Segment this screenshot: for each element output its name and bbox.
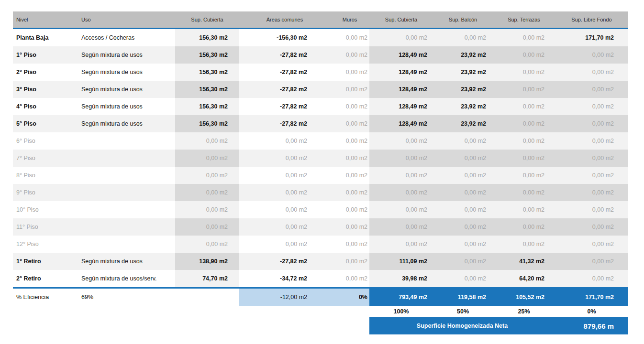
cell-nivel[interactable]: 7° Piso — [13, 150, 79, 167]
header-sup-balcon[interactable]: Sup. Balcón — [433, 11, 493, 28]
cell-sup-cubierta-2[interactable]: 128,49 m2 — [369, 98, 433, 115]
cell-sup-cubierta[interactable]: 138,90 m2 — [175, 253, 239, 270]
efficiency-value[interactable]: 69% — [79, 289, 175, 306]
cell-sup-balcon[interactable]: 0,00 m2 — [433, 201, 493, 218]
cell-muros[interactable]: 0,00 m2 — [330, 81, 369, 98]
cell-sup-terrazas[interactable]: 0,00 m2 — [493, 46, 555, 64]
cell-sup-balcon[interactable]: 0,00 m2 — [433, 167, 493, 184]
cell-muros[interactable]: 0,00 m2 — [330, 201, 369, 218]
cell-sup-balcon[interactable]: 23,92 m2 — [433, 64, 493, 81]
cell-sup-balcon[interactable]: 0,00 m2 — [433, 132, 493, 150]
cell-nivel[interactable]: 6° Piso — [13, 132, 79, 150]
cell-muros[interactable]: 0,00 m2 — [330, 236, 369, 253]
cell-areas-comunes[interactable]: 0,00 m2 — [239, 201, 330, 218]
cell-muros[interactable]: 0,00 m2 — [330, 29, 369, 46]
cell-nivel[interactable]: 8° Piso — [13, 167, 79, 184]
cell-sup-cubierta-2[interactable]: 128,49 m2 — [369, 81, 433, 98]
cell-sup-cubierta[interactable]: 0,00 m2 — [175, 132, 239, 150]
cell-sup-libre-fondo[interactable]: 0,00 m2 — [555, 98, 628, 115]
total-sup-balcon[interactable]: 119,58 m2 — [433, 289, 493, 306]
cell-sup-libre-fondo[interactable]: 0,00 m2 — [555, 81, 628, 98]
cell-nivel[interactable]: 1° Piso — [13, 46, 79, 64]
header-sup-cubierta-2[interactable]: Sup. Cubierta — [369, 11, 433, 28]
cell-sup-cubierta-2[interactable]: 128,49 m2 — [369, 46, 433, 64]
cell-muros[interactable]: 0,00 m2 — [330, 270, 369, 287]
cell-sup-terrazas[interactable]: 64,20 m2 — [493, 270, 555, 287]
cell-uso[interactable] — [79, 201, 175, 218]
weight-sup-cubierta[interactable]: 100% — [369, 306, 433, 317]
cell-uso[interactable]: Según mixtura de usos — [79, 64, 175, 81]
cell-uso[interactable] — [79, 218, 175, 236]
header-areas-comunes[interactable]: Áreas comunes — [239, 11, 330, 28]
cell-sup-balcon[interactable]: 23,92 m2 — [433, 115, 493, 132]
cell-muros[interactable]: 0,00 m2 — [330, 115, 369, 132]
cell-sup-cubierta-2[interactable]: 128,49 m2 — [369, 115, 433, 132]
cell-sup-libre-fondo[interactable]: 0,00 m2 — [555, 253, 628, 270]
net-area-value[interactable]: 879,66 m — [555, 317, 628, 334]
cell-areas-comunes[interactable]: 0,00 m2 — [239, 184, 330, 201]
cell-nivel[interactable]: 3° Piso — [13, 81, 79, 98]
cell-sup-cubierta-2[interactable]: 0,00 m2 — [369, 132, 433, 150]
cell-nivel[interactable]: 9° Piso — [13, 184, 79, 201]
muros-percent[interactable]: 0% — [330, 289, 369, 306]
cell-muros[interactable]: 0,00 m2 — [330, 98, 369, 115]
cell-sup-cubierta[interactable]: 156,30 m2 — [175, 46, 239, 64]
cell-sup-cubierta[interactable]: 0,00 m2 — [175, 150, 239, 167]
cell-sup-libre-fondo[interactable]: 0,00 m2 — [555, 218, 628, 236]
cell-muros[interactable]: 0,00 m2 — [330, 46, 369, 64]
cell-sup-libre-fondo[interactable]: 0,00 m2 — [555, 115, 628, 132]
cell-sup-terrazas[interactable]: 0,00 m2 — [493, 218, 555, 236]
header-sup-cubierta[interactable]: Sup. Cubierta — [175, 11, 239, 28]
cell-sup-balcon[interactable]: 0,00 m2 — [433, 184, 493, 201]
cell-sup-libre-fondo[interactable]: 0,00 m2 — [555, 270, 628, 287]
cell-sup-cubierta-2[interactable]: 111,09 m2 — [369, 253, 433, 270]
cell-sup-libre-fondo[interactable]: 0,00 m2 — [555, 201, 628, 218]
cell-uso[interactable]: Accesos / Cocheras — [79, 29, 175, 46]
cell-muros[interactable]: 0,00 m2 — [330, 150, 369, 167]
cell-sup-terrazas[interactable]: 0,00 m2 — [493, 184, 555, 201]
cell-sup-balcon[interactable]: 0,00 m2 — [433, 29, 493, 46]
cell-nivel[interactable]: Planta Baja — [13, 29, 79, 46]
cell-sup-balcon[interactable]: 0,00 m2 — [433, 270, 493, 287]
cell-sup-terrazas[interactable]: 41,32 m2 — [493, 253, 555, 270]
cell-sup-cubierta[interactable]: 0,00 m2 — [175, 236, 239, 253]
cell-muros[interactable]: 0,00 m2 — [330, 64, 369, 81]
cell-sup-terrazas[interactable]: 0,00 m2 — [493, 132, 555, 150]
cell-nivel[interactable]: 5° Piso — [13, 115, 79, 132]
cell-sup-cubierta-2[interactable]: 0,00 m2 — [369, 150, 433, 167]
cell-sup-terrazas[interactable]: 0,00 m2 — [493, 81, 555, 98]
cell-sup-balcon[interactable]: 23,92 m2 — [433, 98, 493, 115]
cell-uso[interactable]: Según mixtura de usos — [79, 81, 175, 98]
cell-nivel[interactable]: 4° Piso — [13, 98, 79, 115]
cell-nivel[interactable]: 10° Piso — [13, 201, 79, 218]
cell-sup-terrazas[interactable]: 0,00 m2 — [493, 236, 555, 253]
cell-sup-cubierta-2[interactable]: 0,00 m2 — [369, 201, 433, 218]
cell-sup-terrazas[interactable]: 0,00 m2 — [493, 167, 555, 184]
cell-areas-comunes[interactable]: 0,00 m2 — [239, 150, 330, 167]
header-sup-libre-fondo[interactable]: Sup. Libre Fondo — [555, 11, 628, 28]
cell-muros[interactable]: 0,00 m2 — [330, 167, 369, 184]
cell-areas-comunes[interactable]: -27,82 m2 — [239, 81, 330, 98]
header-nivel[interactable]: Nivel — [13, 11, 79, 28]
cell-sup-cubierta-2[interactable]: 39,98 m2 — [369, 270, 433, 287]
efficiency-label[interactable]: % Eficiencia — [13, 289, 79, 306]
cell-sup-cubierta-2[interactable]: 0,00 m2 — [369, 236, 433, 253]
cell-nivel[interactable]: 11° Piso — [13, 218, 79, 236]
weight-sup-libre-fondo[interactable]: 0% — [555, 306, 628, 317]
cell-sup-cubierta[interactable]: 156,30 m2 — [175, 81, 239, 98]
weight-sup-terrazas[interactable]: 25% — [493, 306, 555, 317]
cell-muros[interactable]: 0,00 m2 — [330, 253, 369, 270]
cell-sup-cubierta-2[interactable]: 0,00 m2 — [369, 29, 433, 46]
cell-sup-libre-fondo[interactable]: 0,00 m2 — [555, 236, 628, 253]
cell-muros[interactable]: 0,00 m2 — [330, 184, 369, 201]
cell-sup-cubierta[interactable]: 156,30 m2 — [175, 98, 239, 115]
cell-sup-balcon[interactable]: 0,00 m2 — [433, 150, 493, 167]
header-muros[interactable]: Muros — [330, 11, 369, 28]
cell-sup-balcon[interactable]: 23,92 m2 — [433, 81, 493, 98]
cell-sup-libre-fondo[interactable]: 171,70 m2 — [555, 29, 628, 46]
cell-uso[interactable] — [79, 236, 175, 253]
cell-muros[interactable]: 0,00 m2 — [330, 132, 369, 150]
cell-nivel[interactable]: 2° Piso — [13, 64, 79, 81]
cell-sup-cubierta[interactable]: 0,00 m2 — [175, 201, 239, 218]
cell-uso[interactable]: Según mixtura de usos — [79, 115, 175, 132]
